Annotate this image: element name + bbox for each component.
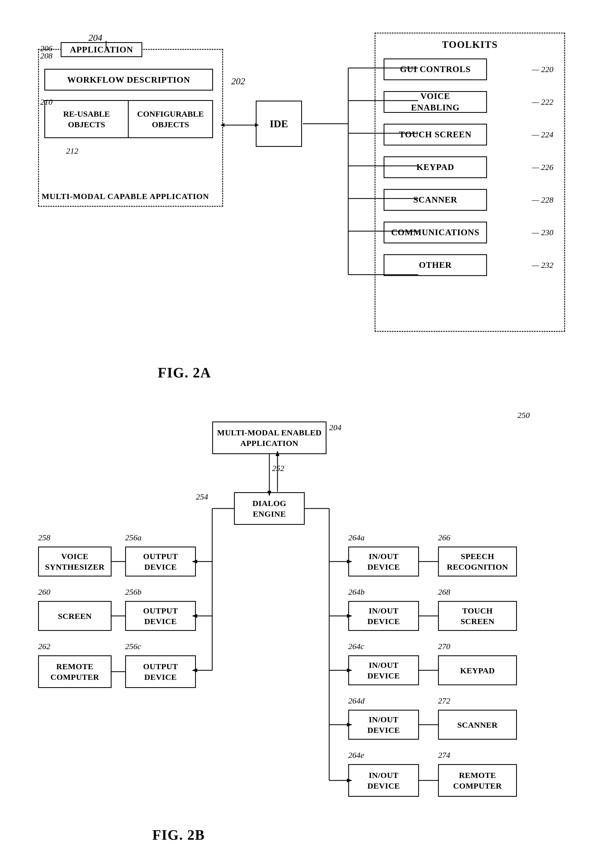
toolkit-box-scanner: SCANNER <box>383 189 487 211</box>
in-out-b-box: IN/OUTDEVICE <box>348 601 419 631</box>
ref-274: 274 <box>438 750 450 760</box>
toolkit-label-other: OTHER <box>419 260 452 271</box>
toolkits-title: TOOLKITS <box>383 39 556 50</box>
ref-264d: 264d <box>348 696 364 706</box>
in-out-a-label: IN/OUTDEVICE <box>367 551 400 572</box>
fig2b-diagram: 250 MULTI-MODAL ENABLEDAPPLICATION 204 2… <box>22 408 573 849</box>
ref-212: 212 <box>66 146 78 155</box>
reusable-box: RE-USABLEOBJECTS <box>45 101 129 137</box>
in-out-c-box: IN/OUTDEVICE <box>348 655 419 685</box>
multimodal-app-label: MULTI-MODAL ENABLEDAPPLICATION <box>217 427 321 449</box>
ref-270: 270 <box>438 642 450 651</box>
output-device-b-box: OUTPUTDEVICE <box>125 601 196 631</box>
toolkit-ref-other: — 232 <box>532 260 554 270</box>
fig2b-caption: FIG. 2B <box>152 827 205 843</box>
ref-254: 254 <box>196 492 208 502</box>
ref-264e: 264e <box>348 750 364 760</box>
output-device-b-label: OUTPUTDEVICE <box>143 605 178 626</box>
remote-computer-right-box: REMOTECOMPUTER <box>438 764 517 797</box>
scanner-box: SCANNER <box>438 710 517 740</box>
toolkit-box-keypad: KEYPAD <box>383 156 487 178</box>
in-out-d-label: IN/OUTDEVICE <box>367 714 400 735</box>
ref-250: 250 <box>518 410 530 420</box>
ref-202: 202 <box>231 76 245 87</box>
keypad-label: KEYPAD <box>460 665 494 676</box>
ref-264b: 264b <box>348 588 364 596</box>
ref-260: 260 <box>38 588 50 596</box>
ref-252: 252 <box>272 464 284 473</box>
ref-264a: 264a <box>348 533 364 542</box>
voice-synthesizer-label: VOICESYNTHESIZER <box>45 551 105 572</box>
ref-256c: 256c <box>125 642 141 651</box>
output-device-c-box: OUTPUTDEVICE <box>125 655 196 688</box>
toolkit-ref-gui: — 220 <box>532 65 554 74</box>
application-box: APPLICATION <box>61 42 142 57</box>
ide-label: IDE <box>269 118 288 130</box>
remote-computer-left-box: REMOTECOMPUTER <box>38 655 111 688</box>
toolkit-label-voice: VOICEENABLING <box>411 90 460 113</box>
in-out-e-box: IN/OUTDEVICE <box>348 764 419 797</box>
in-out-b-label: IN/OUTDEVICE <box>367 605 400 626</box>
ref-264c: 264c <box>348 642 364 651</box>
ref-256b: 256b <box>125 588 142 596</box>
voice-synthesizer-box: VOICESYNTHESIZER <box>38 546 111 577</box>
toolkit-ref-comms: — 230 <box>532 228 554 237</box>
scanner-label: SCANNER <box>457 719 498 730</box>
toolkit-item-gui: GUI CONTROLS — 220 <box>383 59 556 80</box>
toolkit-item-touch: TOUCH SCREEN — 224 <box>383 124 556 146</box>
ide-box: IDE <box>256 100 302 147</box>
toolkit-label-comms: COMMUNICATIONS <box>391 227 480 238</box>
in-out-a-box: IN/OUTDEVICE <box>348 546 419 577</box>
toolkits-box: TOOLKITS GUI CONTROLS — 220 VOICEENABLIN… <box>374 32 565 332</box>
application-label: APPLICATION <box>70 44 133 55</box>
toolkit-box-gui: GUI CONTROLS <box>383 59 487 80</box>
toolkit-box-comms: COMMUNICATIONS <box>383 221 487 244</box>
toolkit-ref-touch: — 224 <box>532 130 554 139</box>
in-out-c-label: IN/OUTDEVICE <box>367 660 400 681</box>
toolkit-label-gui: GUI CONTROLS <box>400 63 471 75</box>
in-out-e-label: IN/OUTDEVICE <box>367 770 400 791</box>
multimodal-app-box: MULTI-MODAL ENABLEDAPPLICATION <box>212 422 327 454</box>
toolkit-label-touch: TOUCH SCREEN <box>399 129 472 140</box>
keypad-box: KEYPAD <box>438 655 517 685</box>
toolkit-box-voice: VOICEENABLING <box>383 91 487 113</box>
toolkit-item-scanner: SCANNER — 228 <box>383 189 556 211</box>
toolkit-ref-scanner: — 228 <box>532 195 554 205</box>
ref-266: 266 <box>438 533 450 542</box>
workflow-label: WORKFLOW DESCRIPTION <box>67 75 190 85</box>
ref-262: 262 <box>38 642 50 651</box>
output-device-a-label: OUTPUTDEVICE <box>143 551 178 572</box>
toolkit-box-touch: TOUCH SCREEN <box>383 124 487 146</box>
ref-204-2b: 204 <box>329 423 342 432</box>
toolkit-item-keypad: KEYPAD — 226 <box>383 156 556 178</box>
output-device-a-box: OUTPUTDEVICE <box>125 546 196 577</box>
touch-screen-box: TOUCHSCREEN <box>438 601 517 631</box>
toolkit-box-other: OTHER <box>383 254 487 276</box>
output-device-c-label: OUTPUTDEVICE <box>143 661 178 682</box>
fig2a-caption: FIG. 2A <box>158 365 211 381</box>
remote-computer-right-label: REMOTECOMPUTER <box>453 770 502 791</box>
ref-268: 268 <box>438 588 450 596</box>
touch-screen-label: TOUCHSCREEN <box>460 605 494 626</box>
toolkit-item-other: OTHER — 232 <box>383 254 556 276</box>
ref-272: 272 <box>438 696 450 706</box>
screen-label: SCREEN <box>58 611 92 621</box>
toolkit-label-scanner: SCANNER <box>413 194 457 205</box>
left-dashed-box: 206 208 APPLICATION WORKFLOW DESCRIPTION… <box>38 49 223 207</box>
workflow-box: WORKFLOW DESCRIPTION <box>44 69 213 90</box>
ref-258: 258 <box>38 533 50 542</box>
ref-256a: 256a <box>125 533 142 542</box>
configurable-label: CONFIGURABLEOBJECTS <box>137 108 204 130</box>
toolkit-item-voice: VOICEENABLING — 222 <box>383 91 556 113</box>
reusable-label: RE-USABLEOBJECTS <box>63 108 110 130</box>
objects-row: RE-USABLEOBJECTS CONFIGURABLEOBJECTS <box>44 100 213 138</box>
dialog-engine-label: DIALOGENGINE <box>253 498 287 519</box>
page: 204 206 208 APPLICATION WORKFLOW DESCRIP… <box>0 0 595 868</box>
configurable-box: CONFIGURABLEOBJECTS <box>129 101 212 137</box>
toolkit-label-keypad: KEYPAD <box>416 161 454 173</box>
ref-208: 208 <box>40 51 52 61</box>
toolkit-item-comms: COMMUNICATIONS — 230 <box>383 221 556 244</box>
speech-recognition-label: SPEECHRECOGNITION <box>447 551 508 572</box>
multi-modal-label: MULTI-MODAL CAPABLE APPLICATION <box>41 192 209 201</box>
remote-computer-left-label: REMOTECOMPUTER <box>50 661 99 682</box>
